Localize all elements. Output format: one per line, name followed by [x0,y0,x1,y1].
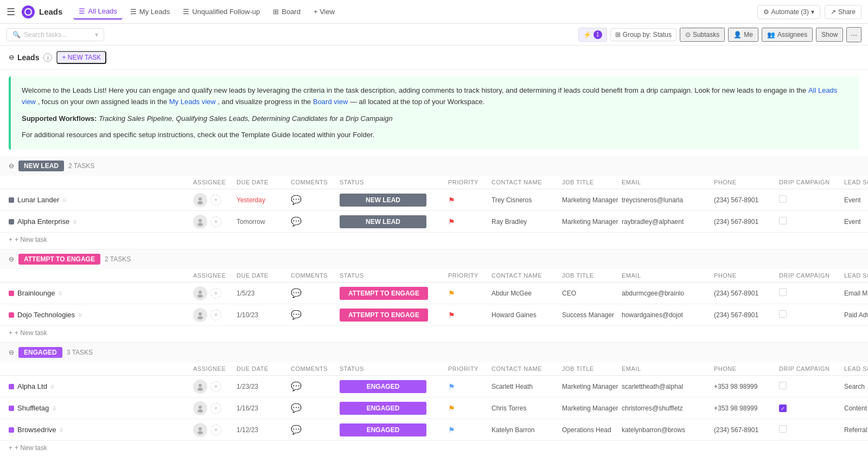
add-assignee-button[interactable]: + [210,288,221,299]
comment-icon[interactable]: 💬 [291,288,302,298]
task-menu-icon[interactable]: ≡ [62,196,66,204]
section-toggle-engaged[interactable]: ⊖ [9,349,14,356]
comment-icon[interactable]: 💬 [291,382,302,391]
task-name[interactable]: Browsedrive [17,426,56,434]
info-icon[interactable]: i [43,53,52,62]
priority-flag[interactable]: ⚑ [448,311,455,319]
add-assignee-button[interactable]: + [210,425,221,435]
chevron-down-icon: ▾ [95,31,98,38]
automate-button[interactable]: ⚙ Automate (3) ▾ [757,5,820,19]
subtasks-button[interactable]: ⊙ Subtasks [680,28,725,42]
add-task-button[interactable]: + + New task [9,444,859,452]
me-button[interactable]: 👤 Me [728,28,758,42]
comment-cell: 💬 [291,216,340,227]
task-menu-icon[interactable]: ≡ [50,383,54,390]
add-assignee-button[interactable]: + [210,403,221,414]
add-task-button[interactable]: + + New task [9,329,859,337]
task-menu-icon[interactable]: ≡ [78,311,82,319]
group-by-button[interactable]: ⊞ Group by: Status [610,28,676,41]
task-menu-icon[interactable]: ≡ [52,404,56,412]
comment-icon[interactable]: 💬 [291,217,302,226]
show-button[interactable]: Show [816,28,843,42]
status-badge[interactable]: ATTEMPT TO ENGAGE [340,309,428,322]
tab-all-leads[interactable]: ☰ All Leads [73,4,122,20]
more-button[interactable]: ··· [846,27,861,42]
task-menu-icon[interactable]: ≡ [58,290,62,297]
svg-point-2 [197,201,203,204]
task-name[interactable]: Lunar Lander [17,196,59,204]
priority-flag[interactable]: ⚑ [448,382,455,391]
drip-checkbox[interactable] [779,425,787,433]
add-assignee-button[interactable]: + [210,381,221,392]
comment-icon[interactable]: 💬 [291,310,302,319]
phone-cell: (234) 567-8901 [714,311,779,319]
section-label-new-lead[interactable]: NEW LEAD [18,160,64,171]
search-box[interactable]: 🔍 Search tasks... ▾ [7,28,104,41]
status-badge[interactable]: ENGAGED [340,402,426,415]
priority-cell: ⚑ [448,382,492,391]
priority-flag[interactable]: ⚑ [448,196,455,204]
section-label-attempt-engage[interactable]: ATTEMPT TO ENGAGE [18,254,100,265]
status-badge[interactable]: ENGAGED [340,423,426,436]
svg-point-14 [197,431,203,434]
task-name[interactable]: Alpha Enterprise [17,217,69,226]
priority-flag[interactable]: ⚑ [448,404,455,413]
svg-point-1 [199,197,202,201]
col-header-3: STATUS [340,365,448,372]
col-header-10: LEAD SOURCE [844,179,868,185]
status-badge[interactable]: NEW LEAD [340,215,426,228]
svg-point-8 [197,316,203,319]
comment-icon[interactable]: 💬 [291,403,302,413]
status-badge[interactable]: NEW LEAD [340,194,426,207]
drip-checkbox[interactable] [779,288,787,296]
section-toggle-attempt-engage[interactable]: ⊖ [9,255,14,263]
status-badge[interactable]: ATTEMPT TO ENGAGE [340,287,428,300]
top-bar: ☰ Leads ☰ All Leads ☰ My Leads ☰ Unquali… [0,0,868,24]
filter-icon: ⚡ [583,31,591,38]
svg-point-4 [197,223,203,226]
section-toggle-new-lead[interactable]: ⊖ [9,162,14,170]
priority-cell: ⚑ [448,404,492,413]
status-badge[interactable]: ENGAGED [340,380,426,393]
add-task-button[interactable]: + + New task [9,236,859,243]
email-cell: treycisneros@lunarla [622,196,714,204]
drip-checkbox[interactable] [779,310,787,318]
assignees-button[interactable]: 👥 Assignees [762,28,813,42]
add-assignee-button[interactable]: + [210,216,221,227]
col-header-5: CONTACT NAME [492,179,562,185]
priority-flag[interactable]: ⚑ [448,289,455,298]
new-task-button[interactable]: + NEW TASK [56,51,106,64]
add-assignee-button[interactable]: + [210,195,221,205]
col-header-3: STATUS [340,179,448,185]
task-menu-icon[interactable]: ≡ [60,426,63,434]
task-name[interactable]: Dojo Technologies [17,311,75,319]
section-label-engaged[interactable]: ENGAGED [18,347,62,358]
assignee-cell: + [193,308,237,322]
task-name[interactable]: Alpha Ltd [17,382,47,390]
priority-flag[interactable]: ⚑ [448,426,455,434]
lead-source-cell: Search [844,383,868,390]
col-header-5: CONTACT NAME [492,365,562,372]
add-assignee-button[interactable]: + [210,310,221,320]
task-name[interactable]: Brainlounge [17,289,55,297]
task-menu-icon[interactable]: ≡ [73,218,76,226]
tab-my-leads[interactable]: ☰ My Leads [125,4,175,19]
tab-view[interactable]: + View [308,4,340,19]
tab-board[interactable]: ⊞ Board [267,4,306,19]
section-count-attempt-engage: 2 TASKS [105,255,131,263]
drip-checkbox[interactable] [779,195,787,203]
drip-checkbox[interactable] [779,217,787,224]
svg-point-6 [197,294,203,298]
leads-title[interactable]: ⊖ Leads [9,53,39,62]
task-name[interactable]: Shuffletag [17,404,49,412]
comment-icon[interactable]: 💬 [291,425,302,434]
tab-unqualified[interactable]: ☰ Unqualified Follow-up [177,4,265,19]
priority-flag[interactable]: ⚑ [448,217,455,226]
share-button[interactable]: ↗ Share [825,5,861,19]
drip-checkbox[interactable] [779,382,787,389]
comment-icon[interactable]: 💬 [291,195,302,204]
drip-checkbox[interactable]: ✓ [779,404,787,412]
due-date-cell: Yesterday [237,196,291,204]
menu-icon[interactable]: ☰ [7,6,15,18]
filter-button[interactable]: ⚡ 1 [578,28,607,42]
